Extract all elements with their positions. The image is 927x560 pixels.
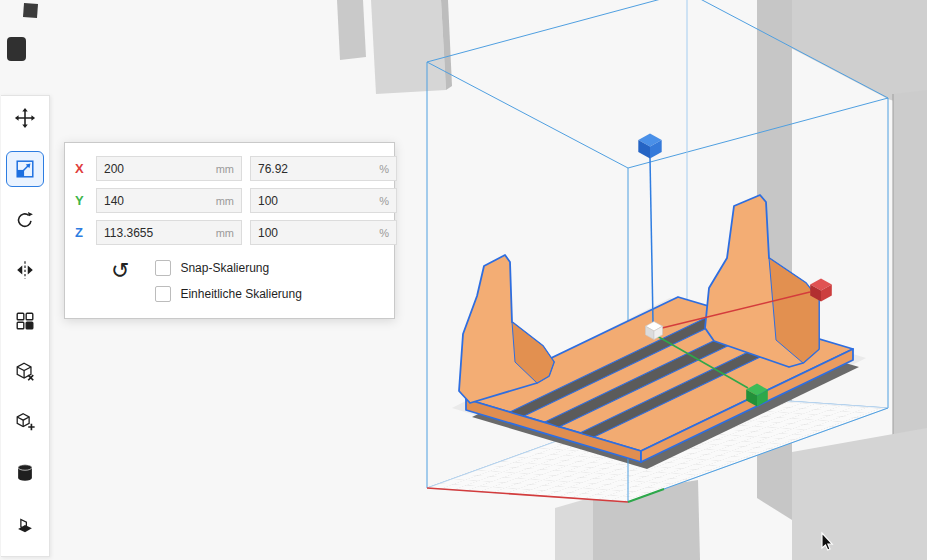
x-percent-field[interactable]: %: [250, 156, 397, 181]
scale-row-y: Y mm %: [75, 188, 382, 213]
rotate-icon: [19, 212, 33, 226]
snap-scaling-label: Snap-Skalierung: [180, 261, 269, 275]
z-size-input[interactable]: [97, 226, 241, 240]
axis-y-label: Y: [75, 193, 88, 208]
scale-tool-panel: X mm % Y mm % Z mm: [64, 142, 395, 319]
cylinder-icon: [18, 465, 32, 481]
scale-options: Snap-Skalierung Einheitliche Skalierung: [155, 260, 301, 302]
snap-scaling-checkbox[interactable]: Snap-Skalierung: [155, 260, 301, 276]
scale-panel-bottom: ↺ Snap-Skalierung Einheitliche Skalierun…: [75, 260, 382, 302]
application-window: X mm % Y mm % Z mm: [0, 0, 927, 560]
flatten-icon: [18, 519, 32, 532]
scale-tool-button[interactable]: [6, 151, 44, 188]
support-blocker-tool-button[interactable]: [6, 353, 44, 390]
y-size-field[interactable]: mm: [96, 188, 242, 213]
scale-row-x: X mm %: [75, 156, 382, 181]
z-percent-input[interactable]: [251, 226, 396, 240]
flatten-tool-button[interactable]: [6, 505, 44, 542]
x-size-field[interactable]: mm: [96, 156, 242, 181]
custom-supports-icon: [17, 414, 34, 431]
move-tool-button[interactable]: [6, 100, 44, 137]
reset-scale-button[interactable]: ↺: [111, 260, 129, 282]
custom-supports-tool-button[interactable]: [6, 404, 44, 441]
axis-z-label: Z: [75, 225, 88, 240]
per-model-settings-icon: [17, 313, 33, 329]
y-percent-input[interactable]: [251, 194, 396, 208]
axis-x-label: X: [75, 161, 88, 176]
y-size-input[interactable]: [97, 194, 241, 208]
z-size-field[interactable]: mm: [96, 220, 242, 245]
tool-toolbar: [1, 95, 50, 557]
move-icon: [15, 108, 35, 128]
per-model-settings-tool-button[interactable]: [6, 303, 44, 340]
mirror-icon: [17, 262, 33, 279]
mirror-tool-button[interactable]: [6, 252, 44, 289]
z-percent-field[interactable]: %: [250, 220, 397, 245]
x-percent-input[interactable]: [251, 162, 396, 176]
support-cylinder-tool-button[interactable]: [6, 455, 44, 492]
uniform-scaling-checkbox-box[interactable]: [155, 286, 171, 302]
support-blocker-icon: [17, 363, 33, 380]
rotate-tool-button[interactable]: [6, 201, 44, 238]
uniform-scaling-label: Einheitliche Skalierung: [180, 287, 301, 301]
uniform-scaling-checkbox[interactable]: Einheitliche Skalierung: [155, 286, 301, 302]
y-percent-field[interactable]: %: [250, 188, 397, 213]
x-size-input[interactable]: [97, 162, 241, 176]
scale-icon: [17, 161, 33, 177]
scale-row-z: Z mm %: [75, 220, 382, 245]
snap-scaling-checkbox-box[interactable]: [155, 260, 171, 276]
